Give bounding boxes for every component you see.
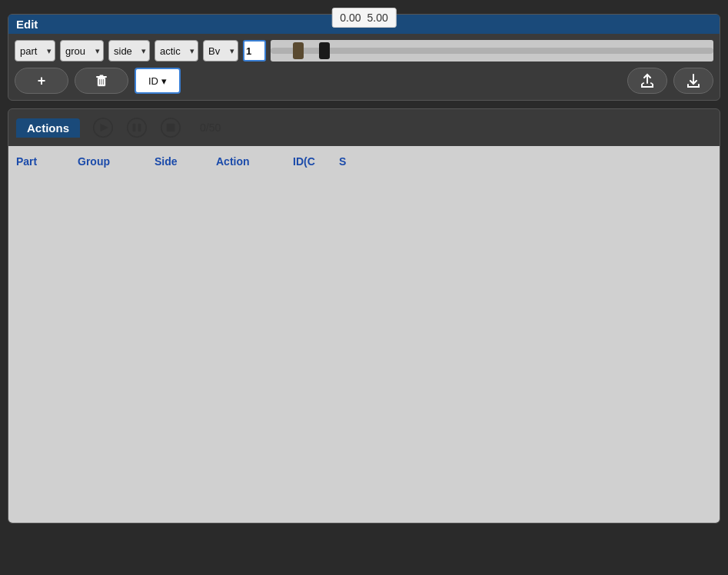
svg-rect-2: [100, 75, 104, 77]
download-button[interactable]: [673, 68, 713, 94]
bv-dropdown[interactable]: Bv all: [203, 40, 238, 61]
col-header-part: Part: [16, 155, 62, 168]
play-button[interactable]: [89, 114, 117, 141]
playback-controls: [89, 114, 184, 141]
slider-container[interactable]: [271, 40, 713, 61]
col-header-s: S: [339, 155, 354, 168]
col-header-action: Action: [216, 155, 278, 168]
svg-rect-12: [167, 124, 175, 132]
count-badge: 0/50: [200, 121, 221, 134]
download-icon: [685, 72, 702, 89]
toolbar-row-actions: + ID ▾: [15, 68, 713, 94]
action-select[interactable]: actic all: [155, 40, 198, 61]
pause-button[interactable]: [123, 114, 151, 141]
svg-rect-10: [138, 124, 141, 132]
part-dropdown[interactable]: part all: [15, 40, 55, 61]
col-header-id: ID(C: [293, 155, 324, 168]
main-container: 0.00 5.00 Edit part all grou all: [0, 0, 728, 575]
id-button[interactable]: ID ▾: [135, 68, 181, 94]
side-dropdown[interactable]: side all: [108, 40, 150, 61]
slider-track: [271, 48, 713, 54]
edit-title: Edit: [16, 18, 38, 31]
svg-marker-7: [101, 124, 109, 132]
id-label: ID: [148, 75, 158, 87]
side-select[interactable]: side all: [108, 40, 150, 61]
actions-content: Part Group Side Action ID(C S: [8, 146, 720, 523]
upload-button[interactable]: [627, 68, 667, 94]
part-select[interactable]: part all: [15, 40, 55, 61]
group-dropdown[interactable]: grou all: [60, 40, 104, 61]
svg-rect-9: [133, 124, 136, 132]
upload-icon: [639, 72, 656, 89]
pause-icon: [126, 117, 148, 138]
stop-button[interactable]: [157, 114, 184, 141]
delete-button[interactable]: [75, 68, 128, 94]
number-input[interactable]: 1: [243, 40, 266, 61]
col-header-group: Group: [78, 155, 139, 168]
toolbar-row-filters: part all grou all side all: [15, 40, 713, 61]
actions-header: Actions: [8, 109, 720, 146]
slider-handle-left[interactable]: [293, 42, 304, 59]
bv-select[interactable]: Bv all: [203, 40, 238, 61]
timeline-start: 0.00: [340, 12, 361, 24]
action-dropdown[interactable]: actic all: [155, 40, 198, 61]
group-select[interactable]: grou all: [60, 40, 104, 61]
timeline-bar: 0.00 5.00: [331, 8, 397, 28]
actions-title: Actions: [27, 121, 69, 135]
stop-icon: [160, 117, 181, 138]
svg-point-8: [128, 118, 147, 138]
col-header-side: Side: [155, 155, 201, 168]
actions-title-tab: Actions: [16, 118, 80, 138]
add-button[interactable]: +: [15, 68, 68, 94]
slider-handle-right[interactable]: [319, 42, 330, 59]
trash-icon: [95, 74, 108, 88]
play-icon: [92, 117, 114, 138]
timeline-end: 5.00: [367, 12, 388, 24]
table-header: Part Group Side Action ID(C S: [16, 152, 712, 174]
id-chevron-icon: ▾: [161, 75, 167, 87]
actions-panel: Actions: [8, 108, 720, 523]
add-icon: +: [38, 73, 46, 89]
